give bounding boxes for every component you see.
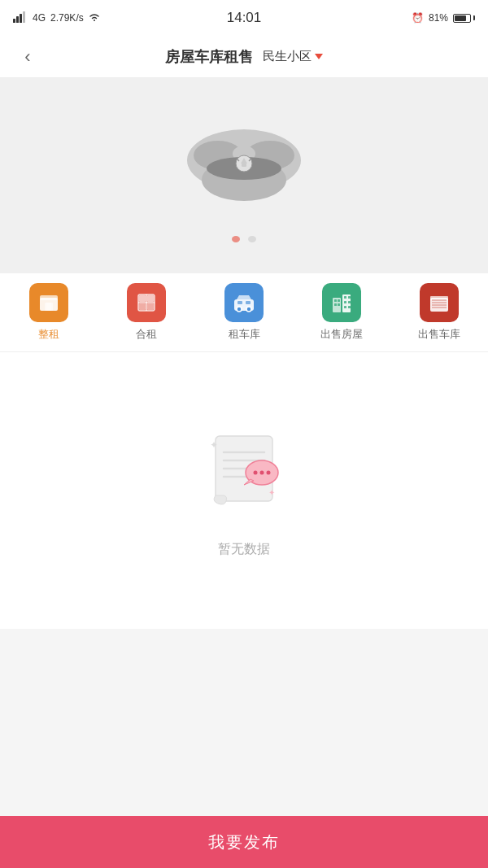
battery-percent: 81% [429, 12, 448, 24]
back-button[interactable]: ‹ [13, 42, 42, 72]
tab-chushoufangwu[interactable]: 出售房屋 [293, 283, 390, 342]
tab-hezu[interactable]: 合租 [98, 283, 195, 342]
svg-text:✦: ✦ [210, 439, 218, 451]
network-speed: 2.79K/s [50, 12, 84, 24]
network-type: 4G [33, 12, 46, 24]
svg-rect-3 [23, 11, 25, 23]
district-selector[interactable]: 民生小区 [263, 49, 323, 64]
publish-button-label: 我要发布 [208, 831, 280, 853]
tab-chushoucheku[interactable]: 出售车库 [390, 283, 488, 342]
svg-point-28 [246, 307, 251, 312]
signal-strength [13, 11, 28, 25]
svg-point-27 [237, 307, 242, 312]
wifi-icon [89, 12, 100, 24]
svg-rect-41 [344, 306, 346, 308]
category-tabs: 整租 合租 [0, 273, 488, 352]
main-content: 整租 合租 [0, 78, 488, 681]
svg-text:✦: ✦ [268, 488, 275, 497]
tab-hezu-label: 合租 [136, 327, 157, 342]
zucheku-icon [224, 283, 264, 322]
tab-zhengzu-label: 整租 [38, 327, 59, 342]
status-left: 4G 2.79K/s [13, 11, 100, 25]
header: ‹ 房屋车库租售 民生小区 [0, 36, 488, 78]
battery-icon [453, 14, 475, 23]
banner [0, 78, 488, 273]
hezu-icon [127, 283, 166, 322]
svg-rect-39 [344, 301, 346, 303]
banner-pagination [232, 236, 256, 242]
district-name: 民生小区 [263, 49, 312, 64]
svg-point-56 [260, 470, 264, 474]
chushoucheku-icon [420, 283, 459, 322]
svg-rect-2 [20, 14, 22, 23]
svg-rect-1 [16, 16, 19, 23]
svg-rect-23 [147, 295, 154, 302]
svg-rect-12 [242, 164, 246, 167]
status-bar: 4G 2.79K/s 14:01 ⏰ 81% [0, 0, 488, 36]
svg-rect-38 [348, 296, 351, 299]
tab-chushoucheku-label: 出售车库 [418, 327, 460, 342]
chushoufangwu-icon [322, 283, 361, 322]
svg-rect-25 [147, 303, 154, 310]
empty-illustration: ✦ ✦ [195, 424, 293, 521]
dot-2 [248, 236, 256, 242]
svg-rect-40 [348, 301, 351, 303]
svg-rect-18 [46, 303, 51, 311]
tab-chushoufangwu-label: 出售房屋 [320, 327, 363, 342]
publish-button[interactable]: 我要发布 [0, 816, 488, 868]
empty-state: ✦ ✦ 暂无数据 [0, 352, 488, 629]
empty-text: 暂无数据 [218, 541, 270, 558]
svg-rect-0 [13, 19, 15, 23]
svg-point-57 [267, 470, 271, 474]
tab-zucheku-label: 租车库 [229, 327, 260, 342]
svg-rect-35 [334, 303, 337, 306]
dropdown-arrow-icon [315, 54, 323, 59]
banner-mascot [179, 109, 309, 223]
status-right: ⏰ 81% [412, 12, 475, 24]
svg-rect-22 [139, 295, 146, 302]
svg-rect-29 [237, 301, 242, 304]
svg-rect-30 [246, 301, 251, 304]
svg-rect-34 [338, 299, 340, 302]
status-time: 14:01 [227, 10, 262, 26]
svg-rect-36 [338, 303, 340, 306]
svg-point-55 [254, 470, 258, 474]
svg-rect-44 [430, 296, 448, 300]
alarm-icon: ⏰ [412, 12, 424, 24]
svg-rect-33 [334, 299, 337, 302]
tab-zhengzu[interactable]: 整租 [0, 283, 98, 342]
tab-zucheku[interactable]: 租车库 [195, 283, 293, 342]
page-title: 房屋车库租售 [165, 47, 253, 67]
svg-rect-24 [139, 303, 146, 310]
svg-rect-37 [344, 296, 346, 299]
svg-rect-42 [348, 306, 351, 308]
svg-rect-16 [40, 295, 58, 300]
zhengzu-icon [29, 283, 68, 322]
dot-1 [232, 236, 240, 242]
